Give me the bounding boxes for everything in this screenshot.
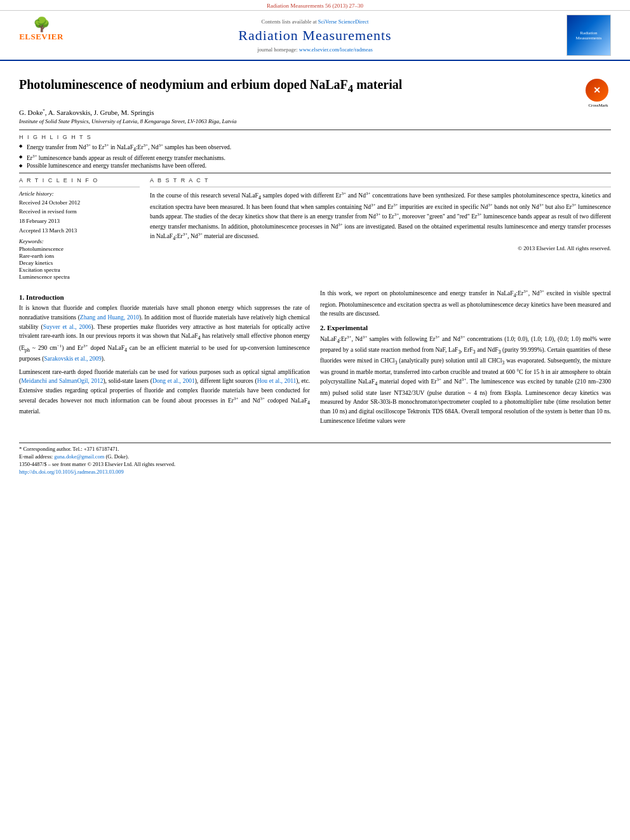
body-right-intro: In this work, we report on photoluminesc… (320, 288, 611, 319)
keyword-decay: Decay kinetics (19, 260, 140, 266)
highlight-item-1: Energy transfer from Nd3+ to Er3+ in NaL… (19, 143, 611, 152)
history-item-4: Accepted 13 March 2013 (19, 227, 140, 235)
doi-line: http://dx.doi.org/10.1016/j.radmeas.2013… (19, 469, 611, 475)
highlight-item-3: Possible luminescence and energy transfe… (19, 163, 611, 169)
sciverse-line: Contents lists available at SciVerse Sci… (83, 18, 547, 25)
journal-citation-text: Radiation Measurements 56 (2013) 27–30 (267, 3, 363, 9)
authors-line: G. Doke*, A. Sarakovskis, J. Grube, M. S… (19, 108, 611, 116)
ref-suyver[interactable]: Suyver et al., 2006 (43, 324, 91, 330)
crossmark-label: CrossMark (586, 103, 611, 108)
crossmark-icon: ✕ (586, 79, 608, 102)
body-right-experimental: NaLaF4:Er3+, Nd3+ samples with following… (320, 334, 611, 426)
journal-homepage-line: journal homepage: www.elsevier.com/locat… (83, 46, 547, 53)
main-content: Photoluminescence of neodymium and erbiu… (0, 61, 630, 436)
section2-heading: 2. Experimental (320, 324, 611, 331)
elsevier-brand: ELSEVIER (13, 32, 70, 42)
keywords-label: Keywords: (19, 238, 140, 244)
keyword-rare-earth: Rare-earth ions (19, 253, 140, 259)
keyword-luminescence: Luminescence spectra (19, 274, 140, 280)
email-label: E-mail address: (19, 453, 53, 460)
elsevier-tree-icon: 🌳 (13, 18, 70, 32)
sciverse-link[interactable]: SciVerse ScienceDirect (318, 18, 369, 25)
highlights-label: H I G H L I G H T S (19, 134, 611, 140)
section1-heading: 1. Introduction (19, 293, 310, 301)
footnote-email: E-mail address: guna.doke@gmail.com (G. … (19, 453, 611, 460)
article-info-abstract-section: A R T I C L E I N F O Article history: R… (19, 177, 611, 281)
footnote-star: * Corresponding author. Tel.: +371 67187… (19, 446, 611, 452)
divider-after-highlights (19, 173, 611, 173)
article-history-label: Article history: (19, 190, 140, 197)
keyword-excitation: Excitation spectra (19, 267, 140, 273)
body-right-column: In this work, we report on photoluminesc… (320, 288, 611, 429)
divider-abstract (150, 187, 611, 187)
journal-header: 🌳 ELSEVIER Contents lists available at S… (0, 11, 630, 61)
homepage-link[interactable]: www.elsevier.com/locate/radmeas (299, 46, 373, 53)
ref-hou[interactable]: Hou et al., 2011 (257, 378, 297, 384)
body-left-column: 1. Introduction It is known that fluorid… (19, 288, 310, 429)
body-para-2: Luminescent rare-earth doped fluoride ma… (19, 368, 310, 417)
journal-cover-thumbnail: RadiationMeasurements (566, 15, 611, 56)
ref-zhang-huang[interactable]: Zhang and Huang, 2010 (80, 314, 139, 321)
journal-header-left: 🌳 ELSEVIER (6, 18, 76, 53)
footnote-text: * Corresponding author. Tel.: +371 67187… (19, 446, 119, 452)
affiliation-line: Institute of Solid State Physics, Univer… (19, 118, 611, 124)
cover-label: RadiationMeasurements (576, 30, 602, 41)
abstract-column: A B S T R A C T In the course of this re… (150, 177, 611, 281)
history-item-3: 18 February 2013 (19, 217, 140, 225)
journal-header-right: RadiationMeasurements (554, 15, 624, 56)
ref-sarakovskis[interactable]: Sarakovskis et al., 2009 (44, 356, 102, 362)
article-info-column: A R T I C L E I N F O Article history: R… (19, 177, 140, 281)
divider-after-affiliation (19, 130, 611, 130)
sciverse-text: Contents lists available at (262, 18, 317, 25)
divider-article-info (19, 187, 140, 187)
body-para-1: It is known that fluoride and complex fl… (19, 303, 310, 363)
article-title: Photoluminescence of neodymium and erbiu… (19, 76, 586, 96)
article-info-label: A R T I C L E I N F O (19, 177, 140, 183)
email-name: (G. Doke). (105, 453, 129, 460)
keyword-photoluminescence: Photoluminescence (19, 246, 140, 252)
article-title-section: Photoluminescence of neodymium and erbiu… (19, 76, 611, 104)
copyright-line: © 2013 Elsevier Ltd. All rights reserved… (150, 245, 611, 251)
history-item-1: Received 24 October 2012 (19, 199, 140, 207)
abstract-text: In the course of this research several N… (150, 190, 611, 243)
journal-citation-bar: Radiation Measurements 56 (2013) 27–30 (0, 0, 630, 11)
body-columns: 1. Introduction It is known that fluorid… (19, 288, 611, 429)
highlight-item-2: Er3+ luminescence bands appear as result… (19, 154, 611, 161)
elsevier-logo: 🌳 ELSEVIER (13, 18, 70, 53)
highlights-section: H I G H L I G H T S Energy transfer from… (19, 134, 611, 169)
journal-title: Radiation Measurements (83, 27, 547, 44)
issn-line: 1350-4487/$ – see front matter © 2013 El… (19, 461, 611, 467)
crossmark-badge: ✕ CrossMark (586, 79, 611, 104)
page-wrapper: Radiation Measurements 56 (2013) 27–30 🌳… (0, 0, 630, 840)
email-link[interactable]: guna.doke@gmail.com (54, 453, 104, 460)
ref-dong[interactable]: Dong et al., 2001 (152, 378, 195, 384)
doi-link[interactable]: http://dx.doi.org/10.1016/j.radmeas.2013… (19, 469, 124, 475)
history-item-2: Received in revised form (19, 208, 140, 216)
journal-header-center: Contents lists available at SciVerse Sci… (76, 17, 554, 54)
page-footer: * Corresponding author. Tel.: +371 67187… (19, 443, 611, 475)
ref-meidanchi[interactable]: Meidanchi and SalmanOgil, 2012 (21, 378, 103, 384)
abstract-label: A B S T R A C T (150, 177, 611, 183)
